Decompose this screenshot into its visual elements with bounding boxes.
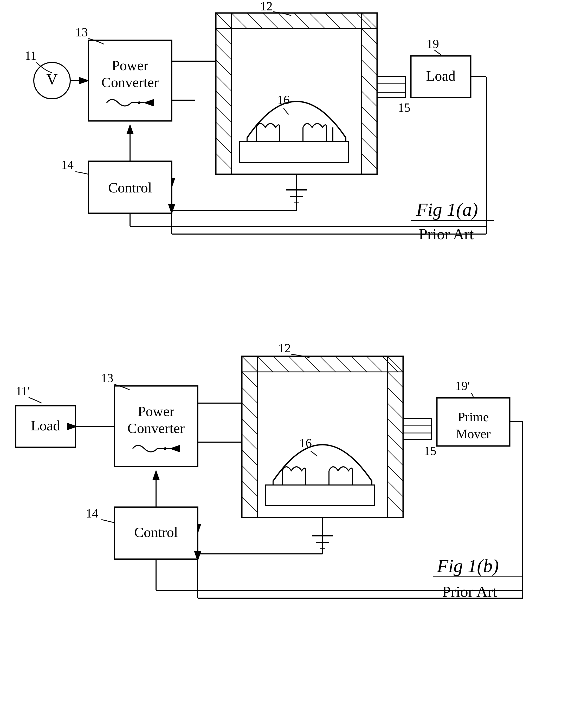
label-13-fig1a: 13: [76, 25, 88, 39]
label-11-fig1a: 11: [25, 49, 37, 62]
svg-text:Converter: Converter: [127, 420, 185, 436]
svg-rect-46: [239, 142, 349, 162]
label-14-fig1a: 14: [61, 158, 74, 172]
label-12-fig1b: 12: [278, 341, 291, 355]
label-19prime-fig1b: 19': [455, 379, 470, 393]
power-converter-label-fig1a: Power: [112, 57, 148, 73]
svg-rect-124: [403, 419, 432, 439]
label-13-fig1b: 13: [101, 371, 114, 385]
label-11prime-fig1b: 11': [15, 384, 30, 398]
label-15-fig1b: 15: [424, 444, 437, 458]
fig1b-prior-art: Prior Art: [442, 583, 497, 600]
label-19-fig1a: 19: [426, 37, 439, 51]
load-label-fig1a: Load: [426, 68, 455, 84]
control-label-fig1b: Control: [134, 524, 178, 540]
label-14-fig1b: 14: [86, 506, 98, 520]
label-12-fig1a: 12: [260, 0, 273, 13]
svg-text:Converter: Converter: [101, 75, 159, 90]
fig1a-prior-art: Prior Art: [419, 226, 474, 243]
fig1a-label: Fig 1(a): [416, 199, 478, 220]
svg-text:V: V: [46, 71, 57, 88]
svg-rect-54: [377, 77, 406, 97]
svg-text:Mover: Mover: [456, 426, 491, 441]
label-16-fig1b: 16: [299, 436, 312, 450]
diagram-container: V 11 Power Converter 13: [0, 0, 588, 705]
label-15-fig1a: 15: [398, 101, 410, 114]
fig1b-label: Fig 1(b): [437, 556, 499, 576]
control-label-fig1a: Control: [108, 180, 152, 196]
load-label-fig1b: Load: [31, 418, 60, 433]
prime-mover-label-fig1b: Prime: [458, 410, 489, 424]
svg-rect-119: [265, 485, 374, 506]
power-converter-label-fig1b: Power: [138, 403, 175, 419]
label-16-fig1a: 16: [277, 93, 290, 107]
